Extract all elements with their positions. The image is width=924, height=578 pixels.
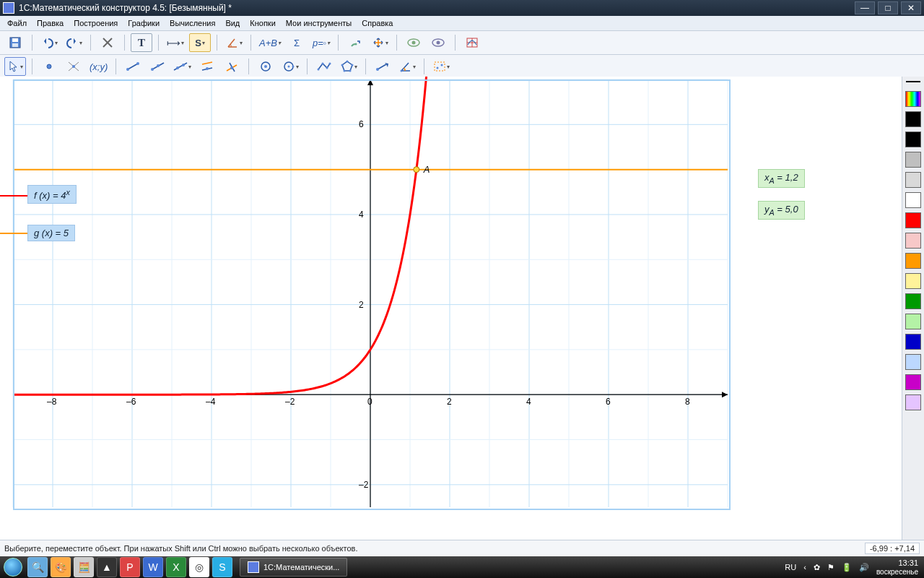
- toolbar-geom: ▾ (x;y) ▾ ▾ ▾ ▾ ▾: [0, 55, 924, 79]
- color-swatch[interactable]: [905, 374, 921, 390]
- trace-step-button[interactable]: [344, 33, 366, 52]
- window-titlebar: 1С:Математический конструктор 4.5: [Безы…: [0, 0, 924, 16]
- taskbar-icon-1[interactable]: 🔍: [27, 557, 48, 577]
- taskbar-icon-4[interactable]: ▲: [97, 557, 117, 577]
- pointer-button[interactable]: ▾: [4, 57, 26, 76]
- parameter-button[interactable]: p=◦▾: [310, 33, 332, 52]
- start-button[interactable]: [0, 556, 26, 578]
- taskbar-icon-2[interactable]: 🎨: [51, 557, 71, 577]
- perpendicular-button[interactable]: [221, 57, 243, 76]
- circle-center-button[interactable]: [255, 57, 276, 76]
- graph-axes-button[interactable]: [461, 33, 483, 52]
- taskbar-icon-9[interactable]: S: [212, 557, 232, 577]
- menu-Графики[interactable]: Графики: [123, 17, 164, 29]
- delete-button[interactable]: [97, 33, 118, 52]
- polyline-button[interactable]: [313, 57, 335, 76]
- menu-Вычисления[interactable]: Вычисления: [165, 17, 219, 29]
- taskbar: 🔍 🎨 🧮 ▲ P W X ◎ S 1С:Математически... RU…: [0, 556, 924, 578]
- svg-point-47: [440, 64, 443, 66]
- color-swatch[interactable]: [905, 354, 921, 370]
- app-icon: [3, 2, 14, 14]
- svg-point-17: [151, 68, 154, 71]
- menu-Файл[interactable]: Файл: [3, 17, 31, 29]
- color-swatch[interactable]: [905, 192, 921, 208]
- color-swatch[interactable]: [905, 334, 921, 350]
- plot-canvas[interactable]: –8–6–4–202468–2246A f (x) = 4x g (x) = 5…: [0, 77, 902, 540]
- redo-button[interactable]: ▾: [63, 33, 84, 52]
- tray-icon-3[interactable]: 🔋: [842, 563, 852, 572]
- plot-frame: [13, 79, 731, 510]
- color-swatch[interactable]: [905, 152, 921, 168]
- tray-clock[interactable]: 13:31 воскресенье: [876, 558, 918, 575]
- coord-point-button[interactable]: (x;y): [87, 57, 110, 76]
- g-label[interactable]: g (x) = 5: [27, 225, 75, 241]
- tray-icon-4[interactable]: 🔊: [859, 563, 869, 572]
- multi-swatch[interactable]: [905, 91, 921, 107]
- svg-rect-2: [12, 43, 18, 47]
- svg-line-13: [128, 64, 138, 69]
- menu-Мои инструменты[interactable]: Мои инструменты: [282, 17, 356, 29]
- tray-icon-1[interactable]: ✿: [814, 563, 820, 572]
- menu-Правка[interactable]: Правка: [32, 17, 68, 29]
- taskbar-icon-7[interactable]: X: [166, 557, 186, 577]
- angle-arc-button[interactable]: ▾: [396, 57, 418, 76]
- f-label[interactable]: f (x) = 4x: [27, 185, 77, 204]
- close-button[interactable]: ✕: [901, 1, 921, 14]
- polygon-button[interactable]: ▾: [338, 57, 359, 76]
- parallel-button[interactable]: [196, 57, 218, 76]
- color-swatch[interactable]: [905, 394, 921, 410]
- angle-button[interactable]: ▾: [223, 33, 245, 52]
- save-button[interactable]: [4, 33, 26, 52]
- minimize-button[interactable]: ―: [855, 1, 875, 14]
- expression-button[interactable]: A+B▾: [257, 33, 283, 52]
- taskbar-icon-5[interactable]: P: [120, 557, 140, 577]
- ray-button[interactable]: [147, 57, 168, 76]
- maximize-button[interactable]: □: [878, 1, 898, 14]
- undo-button[interactable]: ▾: [38, 33, 60, 52]
- sum-button[interactable]: Σ: [286, 33, 308, 52]
- menu-Вид[interactable]: Вид: [221, 17, 244, 29]
- hide-button[interactable]: [403, 33, 424, 52]
- taskbar-app-button[interactable]: 1С:Математически...: [240, 558, 347, 577]
- measure-segment-button[interactable]: ⟼▾: [165, 33, 186, 52]
- lang-indicator[interactable]: RU: [785, 563, 796, 571]
- status-coords: -6,99 : +7,14: [865, 543, 920, 554]
- taskbar-icon-8[interactable]: ◎: [189, 557, 209, 577]
- svg-point-21: [182, 64, 185, 66]
- intersection-button[interactable]: [63, 57, 84, 76]
- line-style-swatch[interactable]: [906, 81, 920, 82]
- color-swatch[interactable]: [905, 314, 921, 329]
- selection-rect-button[interactable]: ▾: [430, 57, 452, 76]
- circle-2pt-button[interactable]: ▾: [279, 57, 301, 76]
- menu-Построения[interactable]: Построения: [69, 17, 122, 29]
- taskbar-icon-6[interactable]: W: [143, 557, 163, 577]
- color-swatch[interactable]: [905, 273, 921, 289]
- svg-point-33: [318, 69, 320, 71]
- tray-icon-2[interactable]: ⚑: [827, 563, 834, 572]
- segment-button[interactable]: [122, 57, 144, 76]
- color-swatch[interactable]: [905, 172, 921, 188]
- svg-point-31: [287, 66, 289, 68]
- text-button[interactable]: T: [131, 33, 152, 52]
- color-swatch[interactable]: [905, 212, 921, 228]
- color-swatch[interactable]: [905, 233, 921, 249]
- color-swatch[interactable]: [905, 253, 921, 269]
- show-button[interactable]: [427, 33, 449, 52]
- xa-info[interactable]: xA = 1,2: [758, 169, 805, 188]
- taskbar-app-label: 1С:Математически...: [263, 563, 339, 571]
- svg-point-29: [264, 65, 267, 68]
- transform-button[interactable]: ▾: [369, 33, 391, 52]
- menu-Кнопки[interactable]: Кнопки: [245, 17, 280, 29]
- svg-point-37: [346, 61, 348, 63]
- line-button[interactable]: ▾: [171, 57, 193, 76]
- vector-button[interactable]: [372, 57, 393, 76]
- taskbar-icon-3[interactable]: 🧮: [74, 557, 94, 577]
- tray-chevron-icon[interactable]: ‹: [803, 563, 806, 571]
- ya-info[interactable]: yA = 5,0: [758, 201, 805, 220]
- color-swatch[interactable]: [905, 131, 921, 147]
- area-button[interactable]: S▾: [189, 33, 211, 52]
- color-swatch[interactable]: [905, 293, 921, 309]
- point-button[interactable]: [38, 57, 60, 76]
- color-swatch[interactable]: [905, 111, 921, 127]
- menu-Справка[interactable]: Справка: [357, 17, 397, 29]
